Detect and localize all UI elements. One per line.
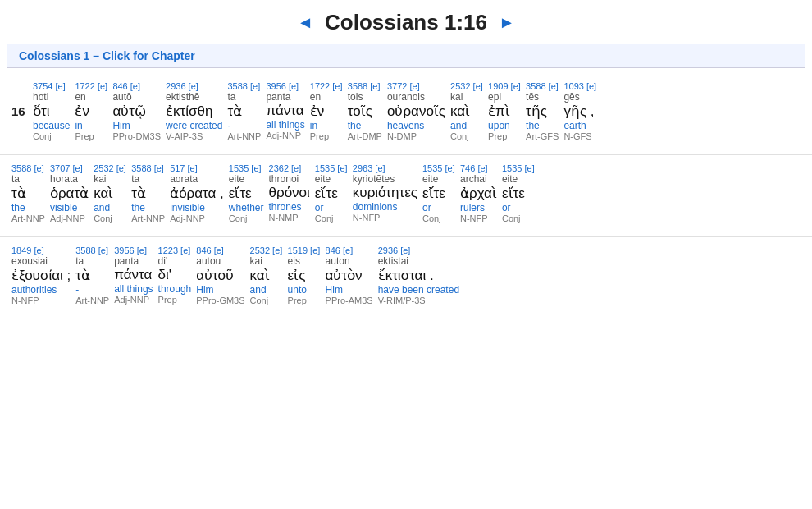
word-block: 3588 [e]taτὰtheArt-NNP: [11, 163, 45, 223]
word-translit: exousiai: [11, 255, 48, 267]
word-strongs[interactable]: 2532 [e]: [250, 245, 283, 255]
word-strongs[interactable]: 1093 [e]: [563, 81, 596, 91]
word-grammar: PPro-AM3S: [326, 296, 373, 305]
word-greek: τὰ: [11, 185, 26, 202]
word-strongs[interactable]: 2963 [e]: [353, 163, 385, 173]
word-english: and: [450, 120, 467, 131]
word-strongs[interactable]: 3707 [e]: [50, 163, 83, 173]
word-english: have been created: [378, 284, 459, 296]
word-strongs[interactable]: 1909 [e]: [488, 81, 521, 91]
word-translit: panta: [114, 255, 139, 267]
prev-arrow[interactable]: ◄: [297, 13, 313, 32]
word-english: the: [11, 202, 25, 213]
word-grammar: N-DMP: [387, 131, 417, 141]
word-strongs[interactable]: 2362 [e]: [269, 163, 302, 173]
chapter-link-bar[interactable]: Colossians 1 – Click for Chapter: [7, 44, 805, 68]
verse-row-2: 1849 [e]exousiaiἐξουσίαι ;authoritiesN-N…: [0, 241, 812, 315]
word-translit: epi: [488, 91, 501, 103]
word-strongs[interactable]: 3588 [e]: [11, 163, 44, 173]
word-strongs[interactable]: 846 [e]: [326, 245, 354, 255]
word-translit: panta: [266, 91, 290, 103]
word-strongs[interactable]: 1535 [e]: [315, 163, 348, 173]
word-strongs[interactable]: 3588 [e]: [348, 81, 381, 91]
word-translit: kai: [450, 91, 463, 103]
word-grammar: Conj: [450, 131, 469, 141]
word-english: were created: [166, 120, 222, 131]
word-translit: auton: [326, 255, 350, 267]
word-block: 2963 [e]kyriotētesκυριότητεςdominionsN-N…: [353, 163, 417, 222]
word-english: or: [502, 202, 511, 213]
word-strongs[interactable]: 1849 [e]: [11, 245, 44, 255]
word-english: all things: [114, 283, 153, 295]
word-english: in: [75, 120, 82, 131]
row-separator: [0, 154, 812, 155]
word-strongs[interactable]: 1535 [e]: [229, 163, 262, 173]
word-translit: ta: [11, 173, 20, 185]
word-strongs[interactable]: 3956 [e]: [114, 245, 147, 255]
word-greek: τῆς: [526, 103, 547, 120]
word-english: rulers: [460, 202, 485, 213]
word-english: the: [526, 120, 540, 131]
word-strongs[interactable]: 1223 [e]: [158, 245, 191, 255]
word-greek: τοῖς: [348, 103, 372, 120]
word-translit: en: [75, 91, 85, 103]
word-strongs[interactable]: 746 [e]: [460, 163, 488, 173]
word-strongs[interactable]: 3772 [e]: [387, 81, 420, 91]
word-english: thrones: [269, 201, 302, 213]
word-strongs[interactable]: 3588 [e]: [227, 81, 260, 91]
word-grammar: Prep: [288, 296, 307, 305]
word-greek: τὰ: [131, 185, 146, 202]
word-translit: eite: [502, 173, 518, 185]
word-strongs[interactable]: 3588 [e]: [75, 245, 108, 255]
word-strongs[interactable]: 1722 [e]: [75, 81, 107, 91]
word-strongs[interactable]: 517 [e]: [170, 163, 198, 173]
word-strongs[interactable]: 846 [e]: [112, 81, 140, 91]
word-block: 846 [e]autōαὐτῷHimPPro-DM3S: [112, 81, 161, 141]
word-strongs[interactable]: 3754 [e]: [33, 81, 66, 91]
word-strongs[interactable]: 3588 [e]: [131, 163, 164, 173]
word-strongs[interactable]: 3956 [e]: [266, 81, 299, 91]
word-block: 2936 [e]ektistaiἔκτισται .have been crea…: [378, 245, 459, 305]
word-block: 746 [e]archaiἀρχαὶrulersN-NFP: [460, 163, 497, 223]
chapter-link-text[interactable]: Colossians 1 – Click for Chapter: [19, 49, 195, 62]
word-translit: ta: [75, 255, 84, 267]
word-grammar: Prep: [488, 131, 507, 141]
next-arrow[interactable]: ►: [499, 13, 515, 32]
word-greek: πάντα: [266, 103, 303, 119]
word-block: 1223 [e]di'δι'throughPrep: [158, 245, 192, 305]
word-grammar: Prep: [310, 131, 329, 141]
word-block: 846 [e]autonαὐτὸνHimPPro-AM3S: [326, 245, 373, 305]
word-english: or: [315, 202, 324, 213]
word-translit: hoti: [33, 91, 48, 103]
word-grammar: PPro-GM3S: [196, 296, 244, 305]
word-strongs[interactable]: 1535 [e]: [502, 163, 535, 173]
word-strongs[interactable]: 3588 [e]: [526, 81, 559, 91]
word-translit: gēs: [563, 91, 579, 103]
word-translit: tēs: [526, 91, 539, 103]
word-strongs[interactable]: 2532 [e]: [450, 81, 483, 91]
header-title: Colossians 1:16: [325, 10, 487, 35]
word-strongs[interactable]: 1535 [e]: [422, 163, 455, 173]
word-english: in: [310, 120, 317, 131]
word-greek: αὐτὸν: [326, 267, 363, 284]
word-strongs[interactable]: 1519 [e]: [288, 245, 321, 255]
word-strongs[interactable]: 1722 [e]: [310, 81, 343, 91]
word-strongs[interactable]: 846 [e]: [196, 245, 224, 255]
word-grammar: Prep: [158, 295, 177, 305]
word-block: 2532 [e]kaiκαὶandConj: [450, 81, 483, 141]
word-block: 3588 [e]taτὰ-Art-NNP: [75, 245, 109, 305]
word-block: 1849 [e]exousiaiἐξουσίαι ;authoritiesN-N…: [11, 245, 71, 305]
word-english: and: [250, 284, 267, 296]
word-strongs[interactable]: 2532 [e]: [94, 163, 126, 173]
word-english: all things: [266, 119, 304, 131]
word-grammar: Conj: [229, 213, 248, 223]
word-strongs[interactable]: 2936 [e]: [166, 81, 198, 91]
word-english: authorities: [11, 284, 57, 296]
word-greek: ὁρατὰ: [50, 185, 89, 202]
word-strongs[interactable]: 2936 [e]: [378, 245, 411, 255]
word-grammar: V-RIM/P-3S: [378, 296, 426, 305]
word-block: 1535 [e]eiteεἴτεwhetherConj: [229, 163, 264, 223]
word-block: 3588 [e]toisτοῖςtheArt-DMP: [348, 81, 382, 141]
word-block: 3754 [e]hotiὅτιbecauseConj: [33, 81, 70, 141]
word-greek: ἐν: [75, 103, 89, 120]
